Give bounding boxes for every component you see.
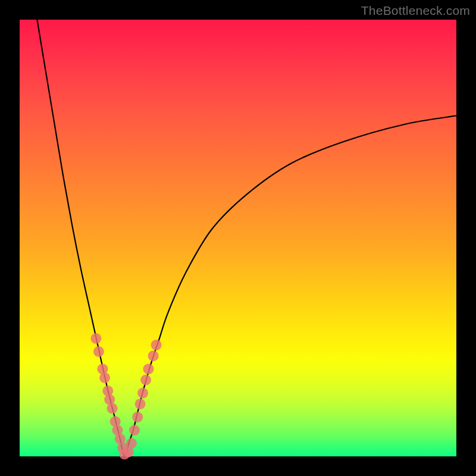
chart-svg [20, 20, 456, 456]
data-marker [151, 340, 162, 350]
chart-frame: TheBottleneck.com [0, 0, 476, 476]
data-marker [93, 346, 104, 357]
watermark-text: TheBottleneck.com [361, 4, 470, 18]
data-marker [107, 403, 118, 414]
data-marker [126, 438, 137, 449]
marker-group [90, 333, 161, 460]
data-marker [140, 375, 151, 386]
data-marker [132, 412, 143, 422]
data-marker [148, 350, 159, 361]
data-marker [129, 425, 140, 436]
data-marker [99, 372, 110, 383]
data-marker [137, 388, 148, 399]
bottleneck-curve [37, 20, 456, 456]
data-marker [135, 399, 146, 409]
data-marker [143, 364, 154, 374]
plot-area [20, 20, 456, 456]
data-marker [90, 333, 101, 344]
